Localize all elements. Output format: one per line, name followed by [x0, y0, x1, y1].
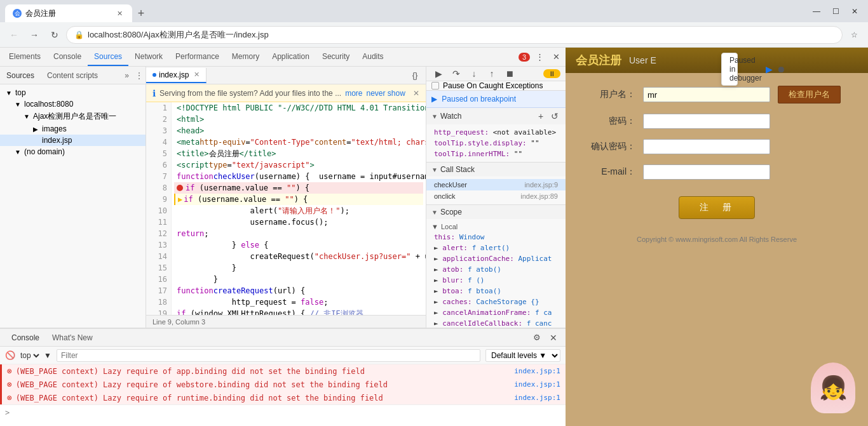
- console-level-select[interactable]: Default levels ▼: [485, 349, 560, 362]
- tree-item-localhost[interactable]: ▼ localhost:8080: [0, 98, 146, 110]
- deactivate-breakpoints-button[interactable]: ⏹: [503, 67, 517, 81]
- error-badge: 3: [519, 53, 530, 62]
- email-input[interactable]: [643, 164, 770, 180]
- console-settings-button[interactable]: ⚙: [530, 331, 544, 345]
- watch-section: ▼ Watch + ↺ http_request: <not available…: [426, 108, 566, 163]
- tree-label-nodomain: (no domain): [24, 147, 65, 156]
- url-text: localhost:8080/Ajax检测用户名是否唯一/index.jsp: [88, 29, 269, 41]
- registration-form: 用户名： 检查用户名 密码： 确认密码： E-mail： 注 册: [566, 73, 868, 256]
- devtools-close-button[interactable]: ✕: [549, 50, 563, 64]
- editor-tab-indexjsp[interactable]: index.jsp ✕: [146, 68, 207, 83]
- code-line-8: if (username.value == "") {: [174, 182, 423, 194]
- password-input[interactable]: [643, 114, 770, 129]
- tab-security[interactable]: Security: [316, 48, 356, 66]
- notification-info-icon: ℹ: [153, 88, 156, 98]
- check-username-button[interactable]: 检查用户名: [778, 86, 841, 103]
- tab-elements[interactable]: Elements: [3, 48, 47, 66]
- devtools-more-button[interactable]: ⋮: [532, 50, 546, 64]
- resume-button[interactable]: ▶: [431, 67, 445, 81]
- tab-network[interactable]: Network: [128, 48, 169, 66]
- callstack-item-onclick[interactable]: onclick index.jsp:89: [426, 190, 566, 202]
- browser-tab[interactable]: 会 会员注册 ✕: [5, 4, 132, 22]
- pause-on-caught-checkbox[interactable]: [431, 82, 439, 90]
- window-controls: — ☐ ✕: [808, 3, 863, 20]
- tab-console[interactable]: Console: [47, 48, 88, 66]
- tree-item-ajax[interactable]: ▼ Ajax检测用户名是否唯一: [0, 110, 146, 123]
- watch-add-button[interactable]: +: [535, 110, 546, 122]
- confirm-password-label: 确认密码：: [585, 141, 635, 152]
- editor-format-btn[interactable]: {}: [408, 69, 422, 83]
- callstack-fn-2: onclick: [434, 192, 456, 200]
- line-num-19: 19: [146, 308, 167, 315]
- scope-val-alert: f alert(): [472, 244, 510, 252]
- error-icon-2: ⊗: [7, 380, 12, 389]
- tab-audits[interactable]: Audits: [356, 48, 390, 66]
- tree-label-images: images: [42, 124, 67, 133]
- tab-modified-dot: [153, 73, 156, 77]
- content-scripts-tab[interactable]: Content scripts: [41, 69, 104, 83]
- scope-this: this: Window: [426, 232, 566, 243]
- code-line-4: <meta http-equiv="Content-Type" content=…: [174, 136, 423, 148]
- callstack-item-checkuser[interactable]: checkUser index.jsp:9: [426, 179, 566, 190]
- submit-button[interactable]: 注 册: [679, 196, 755, 219]
- tab-application[interactable]: Application: [266, 48, 316, 66]
- line-num-1: 1: [146, 102, 167, 114]
- line-numbers: 1 2 3 4 5 6 7 8 9 10 11 12 13: [146, 102, 172, 315]
- code-content[interactable]: <!DOCTYPE html PUBLIC "-//W3C//DTD HTML …: [172, 102, 426, 315]
- line-num-7: 7: [146, 171, 167, 182]
- reload-button[interactable]: ↻: [46, 26, 64, 44]
- console-context-selector: 🚫 top ▼: [5, 350, 51, 361]
- sources-tab[interactable]: Sources: [0, 69, 41, 83]
- console-error-file-3[interactable]: index.jsp:1: [514, 394, 560, 402]
- console-error-file-1[interactable]: index.jsp:1: [514, 367, 560, 375]
- new-tab-button[interactable]: +: [132, 4, 150, 22]
- console-tab[interactable]: Console: [5, 331, 46, 345]
- scope-arrow-icon: ▼: [431, 209, 438, 216]
- console-error-file-2[interactable]: index.jsp:1: [514, 380, 560, 389]
- step-out-button[interactable]: ↑: [485, 67, 499, 81]
- console-error-1: ⊗ (WEB_PAGE context) Lazy require of app…: [0, 364, 566, 378]
- tree-item-indexjsp[interactable]: index.jsp: [0, 135, 146, 146]
- tab-memory[interactable]: Memory: [226, 48, 266, 66]
- code-line-5: <title>会员注册</title>: [174, 148, 423, 159]
- tree-item-images[interactable]: ▶ images: [0, 123, 146, 135]
- confirm-password-input[interactable]: [643, 139, 770, 154]
- panel-menu-button[interactable]: ⋮: [133, 69, 146, 83]
- console-close-button[interactable]: ✕: [546, 331, 560, 345]
- minimize-button[interactable]: —: [808, 3, 825, 20]
- back-button[interactable]: ←: [5, 26, 23, 44]
- whats-new-tab[interactable]: What's New: [46, 331, 99, 345]
- scope-header[interactable]: ▼ Scope: [426, 205, 566, 219]
- editor-tab-close[interactable]: ✕: [194, 70, 200, 79]
- tree-item-nodomain[interactable]: ▼ (no domain): [0, 146, 146, 157]
- breakpoint-indicator-8: [177, 185, 183, 191]
- call-stack-header[interactable]: ▼ Call Stack: [426, 163, 566, 176]
- debugger-record-icon[interactable]: ⏺: [776, 64, 785, 74]
- debugger-resume-icon[interactable]: ▶: [766, 64, 773, 74]
- watch-header[interactable]: ▼ Watch + ↺: [426, 108, 566, 124]
- tab-close-button[interactable]: ✕: [114, 8, 125, 18]
- sources-sidebar: Sources Content scripts » ⋮ ▼ top ▼ loca…: [0, 67, 146, 328]
- maximize-button[interactable]: ☐: [827, 3, 844, 20]
- console-filter-input[interactable]: [57, 349, 480, 362]
- step-into-button[interactable]: ↓: [467, 67, 481, 81]
- scope-local-group[interactable]: ▼ Local: [426, 222, 566, 232]
- notification-never-link[interactable]: never show: [366, 89, 405, 98]
- console-input[interactable]: [13, 408, 560, 417]
- notification-more-link[interactable]: more: [345, 89, 362, 98]
- tab-performance[interactable]: Performance: [169, 48, 226, 66]
- close-button[interactable]: ✕: [846, 3, 863, 20]
- email-row: E-mail：: [585, 164, 849, 180]
- context-select[interactable]: top: [18, 350, 41, 361]
- editor-notification: ℹ Serving from the file system? Add your…: [146, 84, 426, 102]
- username-input[interactable]: [643, 87, 770, 102]
- more-tabs-button[interactable]: »: [121, 69, 133, 83]
- tab-sources[interactable]: Sources: [88, 48, 128, 66]
- notification-close-btn[interactable]: ✕: [413, 89, 419, 98]
- forward-button[interactable]: →: [25, 26, 43, 44]
- bookmark-button[interactable]: ☆: [845, 26, 863, 44]
- tree-item-top[interactable]: ▼ top: [0, 87, 146, 98]
- watch-refresh-button[interactable]: ↺: [549, 110, 560, 122]
- step-over-button[interactable]: ↷: [449, 67, 463, 81]
- address-bar[interactable]: 🔒 localhost:8080/Ajax检测用户名是否唯一/index.jsp: [66, 26, 843, 44]
